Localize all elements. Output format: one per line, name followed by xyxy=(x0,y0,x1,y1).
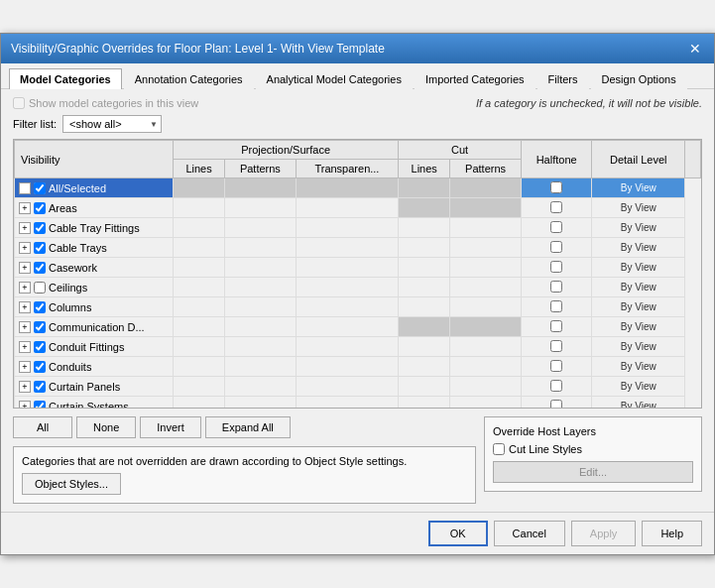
lines-cell[interactable] xyxy=(174,397,225,409)
expand-button[interactable]: + xyxy=(19,361,31,373)
lines-cell[interactable] xyxy=(174,377,225,397)
row-checkbox[interactable] xyxy=(34,282,46,294)
table-row[interactable]: +AreasBy View xyxy=(15,198,701,218)
expand-button[interactable]: + xyxy=(19,182,31,194)
tab-model-categories[interactable]: Model Categories xyxy=(9,68,122,89)
expand-button[interactable]: + xyxy=(19,202,31,214)
row-checkbox[interactable] xyxy=(34,182,46,194)
transparency-cell[interactable] xyxy=(296,198,398,218)
cut-lines-cell[interactable] xyxy=(399,258,450,278)
expand-button[interactable]: + xyxy=(19,262,31,274)
invert-button[interactable]: Invert xyxy=(140,416,201,438)
detail-level-cell[interactable]: By View xyxy=(592,297,685,317)
patterns-cell[interactable] xyxy=(225,397,297,409)
cut-patterns-cell[interactable] xyxy=(450,258,522,278)
detail-level-cell[interactable]: By View xyxy=(592,218,685,238)
transparency-cell[interactable] xyxy=(296,238,398,258)
halftone-checkbox[interactable] xyxy=(550,300,562,312)
lines-cell[interactable] xyxy=(174,317,225,337)
detail-level-cell[interactable]: By View xyxy=(592,278,685,297)
expand-button[interactable]: + xyxy=(19,341,31,353)
halftone-cell[interactable] xyxy=(521,278,592,297)
row-checkbox[interactable] xyxy=(34,321,46,333)
table-row[interactable]: +Conduit FittingsBy View xyxy=(15,337,701,357)
table-row[interactable]: +Cable Tray FittingsBy View xyxy=(15,218,701,238)
transparency-cell[interactable] xyxy=(296,317,398,337)
cancel-button[interactable]: Cancel xyxy=(494,521,565,546)
lines-cell[interactable] xyxy=(174,258,225,278)
cut-lines-cell[interactable] xyxy=(399,198,450,218)
detail-level-cell[interactable]: By View xyxy=(592,377,685,397)
cut-lines-cell[interactable] xyxy=(399,218,450,238)
halftone-checkbox[interactable] xyxy=(550,201,562,213)
apply-button[interactable]: Apply xyxy=(571,521,637,546)
table-row[interactable]: +All/SelectedBy View xyxy=(15,178,701,198)
transparency-cell[interactable] xyxy=(296,297,398,317)
cut-lines-cell[interactable] xyxy=(399,297,450,317)
detail-level-cell[interactable]: By View xyxy=(592,198,685,218)
lines-cell[interactable] xyxy=(174,218,225,238)
transparency-cell[interactable] xyxy=(296,258,398,278)
transparency-cell[interactable] xyxy=(296,178,398,198)
table-row[interactable]: +Curtain SystemsBy View xyxy=(15,397,701,409)
patterns-cell[interactable] xyxy=(225,337,297,357)
expand-button[interactable]: + xyxy=(19,222,31,234)
row-checkbox[interactable] xyxy=(34,222,46,234)
show-model-checkbox[interactable] xyxy=(13,97,25,109)
row-checkbox[interactable] xyxy=(34,202,46,214)
lines-cell[interactable] xyxy=(174,357,225,377)
row-checkbox[interactable] xyxy=(34,401,46,409)
halftone-cell[interactable] xyxy=(521,218,592,238)
detail-level-cell[interactable]: By View xyxy=(592,357,685,377)
halftone-cell[interactable] xyxy=(521,297,592,317)
halftone-cell[interactable] xyxy=(521,198,592,218)
halftone-checkbox[interactable] xyxy=(550,181,562,193)
cut-patterns-cell[interactable] xyxy=(450,397,522,409)
cut-patterns-cell[interactable] xyxy=(450,198,522,218)
tab-analytical-model[interactable]: Analytical Model Categories xyxy=(256,68,413,89)
expand-button[interactable]: + xyxy=(19,321,31,333)
cut-patterns-cell[interactable] xyxy=(450,278,522,297)
row-checkbox[interactable] xyxy=(34,262,46,274)
halftone-checkbox[interactable] xyxy=(550,320,562,332)
detail-level-cell[interactable]: By View xyxy=(592,337,685,357)
expand-button[interactable]: + xyxy=(19,282,31,294)
patterns-cell[interactable] xyxy=(225,178,297,198)
table-row[interactable]: +ConduitsBy View xyxy=(15,357,701,377)
halftone-cell[interactable] xyxy=(521,178,592,198)
halftone-checkbox[interactable] xyxy=(550,221,562,233)
cut-lines-cell[interactable] xyxy=(399,377,450,397)
cut-patterns-cell[interactable] xyxy=(450,377,522,397)
object-styles-button[interactable]: Object Styles... xyxy=(22,473,121,495)
lines-cell[interactable] xyxy=(174,278,225,297)
lines-cell[interactable] xyxy=(174,297,225,317)
cut-patterns-cell[interactable] xyxy=(450,238,522,258)
transparency-cell[interactable] xyxy=(296,218,398,238)
cut-lines-cell[interactable] xyxy=(399,357,450,377)
row-checkbox[interactable] xyxy=(34,381,46,393)
filter-select[interactable]: <show all> xyxy=(62,115,162,133)
expand-button[interactable]: + xyxy=(19,401,31,409)
tab-design-options[interactable]: Design Options xyxy=(591,68,687,89)
halftone-cell[interactable] xyxy=(521,317,592,337)
expand-button[interactable]: + xyxy=(19,381,31,393)
lines-cell[interactable] xyxy=(174,178,225,198)
table-row[interactable]: +CaseworkBy View xyxy=(15,258,701,278)
cut-lines-cell[interactable] xyxy=(399,397,450,409)
detail-level-cell[interactable]: By View xyxy=(592,178,685,198)
table-row[interactable]: +Curtain PanelsBy View xyxy=(15,377,701,397)
patterns-cell[interactable] xyxy=(225,258,297,278)
halftone-cell[interactable] xyxy=(521,258,592,278)
lines-cell[interactable] xyxy=(174,238,225,258)
halftone-checkbox[interactable] xyxy=(550,241,562,253)
close-button[interactable]: ✕ xyxy=(686,40,704,58)
table-row[interactable]: +ColumnsBy View xyxy=(15,297,701,317)
halftone-cell[interactable] xyxy=(521,337,592,357)
detail-level-cell[interactable]: By View xyxy=(592,258,685,278)
halftone-cell[interactable] xyxy=(521,238,592,258)
row-checkbox[interactable] xyxy=(34,301,46,313)
tab-annotation-categories[interactable]: Annotation Categories xyxy=(124,68,254,89)
patterns-cell[interactable] xyxy=(225,297,297,317)
edit-button[interactable]: Edit... xyxy=(493,461,693,483)
table-row[interactable]: +Communication D...By View xyxy=(15,317,701,337)
